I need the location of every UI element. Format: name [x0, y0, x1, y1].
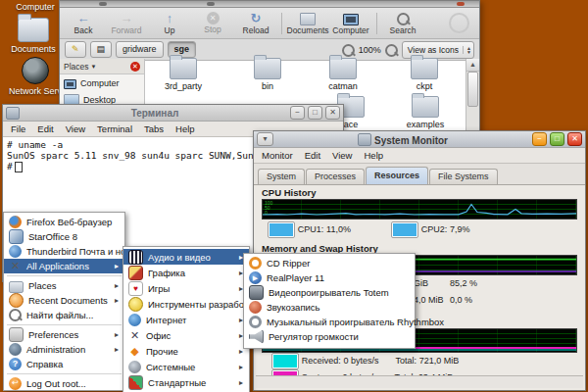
menu-item-thunderbird[interactable]: Thunderbird Почта и новости	[4, 244, 124, 259]
desktop-icon-computer[interactable]: Computer	[8, 2, 63, 12]
menu-item-audio-video[interactable]: Аудио и видео ▸	[123, 249, 249, 265]
folder-bin[interactable]: bin	[238, 58, 297, 91]
tab-system[interactable]: System	[258, 169, 305, 184]
desktop-icon-documents[interactable]: Documents	[6, 18, 61, 54]
menu-item-help[interactable]: ? Справка	[4, 357, 124, 371]
menu-item-places[interactable]: Places ▸	[4, 278, 124, 293]
submenu-arrow-icon: ▸	[239, 378, 243, 387]
reload-button[interactable]: ↻ Reload	[238, 12, 273, 35]
menu-item-preferences[interactable]: Preferences ▸	[4, 327, 124, 342]
graphics-icon	[128, 266, 143, 280]
desktop-icon-network-servers[interactable]: Network Serv	[8, 57, 63, 96]
menu-item-logout[interactable]: ↩ Log Out root...	[4, 376, 124, 391]
received-color-swatch[interactable]	[271, 353, 299, 369]
system-monitor-titlebar[interactable]: ▾ System Monitor − □ ✕	[254, 131, 585, 148]
minimize-button[interactable]: −	[290, 106, 305, 120]
tab-file-systems[interactable]: File Systems	[429, 169, 498, 184]
crumb-gridware-button[interactable]: gridware	[116, 41, 164, 58]
menu-item-realplayer[interactable]: ▶ RealPlayer 11	[244, 270, 415, 285]
cpu1-color-swatch[interactable]	[268, 221, 295, 238]
folder-label: examples	[396, 120, 455, 129]
menu-monitor[interactable]: Monitor	[262, 150, 293, 161]
stop-button[interactable]: ✕ Stop	[195, 12, 230, 34]
menu-item-all-applications[interactable]: ✕ All Applications ▸	[4, 259, 124, 273]
received-total-value: 721,0 MiB	[419, 356, 460, 366]
file-manager-titlebar-sliver[interactable]	[60, 1, 479, 8]
menu-item-administration[interactable]: Administration ▸	[4, 342, 124, 357]
menu-item-totem[interactable]: Видеопроигрыватель Totem	[244, 285, 415, 300]
sidebar-item-computer[interactable]: Computer	[60, 74, 144, 91]
menu-item-volume-control[interactable]: Регулятор громкости	[244, 329, 415, 344]
close-button[interactable]: ✕	[567, 132, 582, 146]
zoom-out-icon[interactable]	[342, 44, 355, 57]
computer-label: Computer	[332, 26, 368, 35]
terminal-titlebar[interactable]: Терминал − □ ✕	[3, 105, 343, 122]
menu-item-firefox[interactable]: Firefox Веб-браузер	[4, 215, 124, 229]
menu-view[interactable]: View	[66, 123, 85, 134]
menu-edit[interactable]: Edit	[37, 123, 53, 134]
folder-icon	[329, 58, 357, 79]
menu-item-development[interactable]: Инструменты разработки ▸	[123, 296, 249, 312]
menu-item-find-files[interactable]: Найти файлы...	[4, 308, 124, 322]
maximize-button[interactable]: □	[550, 132, 564, 146]
close-button[interactable]: ✕	[325, 106, 340, 120]
folder-3rd_party[interactable]: 3rd_party	[154, 58, 213, 91]
menu-item-label: Системные	[146, 362, 195, 372]
documents-button[interactable]: Documents	[290, 11, 325, 35]
menu-edit[interactable]: Edit	[305, 150, 320, 161]
menu-item-other[interactable]: ◆ Прочие ▸	[123, 343, 249, 359]
forward-icon: →	[121, 12, 133, 25]
search-label: Search	[390, 26, 416, 35]
back-label: Back	[74, 26, 93, 35]
recent-documents-icon	[9, 293, 24, 308]
desktop-icon-computer-label: Computer	[16, 2, 55, 12]
folder-examples[interactable]: examples	[396, 96, 455, 129]
menu-item-office[interactable]: ✕ Офис ▸	[123, 327, 249, 343]
vertical-scrollbar[interactable]: ▲	[466, 59, 479, 138]
menu-item-sound-recorder[interactable]: Звукозапись	[244, 300, 415, 315]
folder-ckpt[interactable]: ckpt	[395, 58, 454, 91]
tab-processes[interactable]: Processes	[306, 169, 365, 184]
menu-terminal[interactable]: Terminal	[97, 123, 132, 134]
cpu2-color-swatch[interactable]	[391, 221, 418, 238]
search-button[interactable]: Search	[385, 11, 420, 35]
sidebar-close-icon[interactable]: ✕	[130, 62, 140, 72]
minimize-button[interactable]: −	[532, 132, 547, 146]
edit-location-button[interactable]: ✎	[65, 41, 86, 58]
forward-button[interactable]: → Forward	[109, 12, 144, 35]
computer-icon	[64, 79, 76, 89]
menu-separator	[7, 275, 122, 276]
window-menu-icon[interactable]	[6, 107, 20, 120]
menu-file[interactable]: File	[11, 123, 25, 134]
root-crumb-button[interactable]: ▤	[90, 41, 113, 58]
menu-tabs[interactable]: Tabs	[144, 123, 164, 134]
menu-view[interactable]: View	[332, 150, 352, 161]
up-button[interactable]: ↑ Up	[152, 12, 187, 35]
menu-item-system[interactable]: Системные ▸	[123, 359, 249, 374]
tab-resources[interactable]: Resources	[366, 167, 428, 184]
stop-label: Stop	[204, 25, 221, 34]
menu-item-games[interactable]: ♥ Игры ▸	[123, 280, 249, 296]
folder-label: catman	[314, 81, 372, 91]
menu-item-graphics[interactable]: Графика ▸	[123, 265, 249, 280]
menu-item-cd-ripper[interactable]: CD Ripper	[244, 256, 415, 270]
computer-button[interactable]: Computer	[333, 12, 368, 35]
menu-item-staroffice[interactable]: StarOffice 8	[4, 229, 124, 244]
menu-help[interactable]: Help	[175, 123, 195, 134]
submenu-arrow-icon: ▸	[115, 296, 119, 305]
scroll-up-icon[interactable]: ▲	[466, 59, 479, 72]
folder-catman[interactable]: catman	[314, 58, 372, 91]
titlebar-fragment	[207, 2, 215, 6]
window-menu-icon[interactable]: ▾	[257, 132, 273, 146]
terminal-cursor	[15, 162, 23, 172]
back-button[interactable]: ← Back	[66, 12, 101, 35]
menu-item-accessories[interactable]: Стандартные ▸	[123, 374, 249, 390]
scrollbar-thumb[interactable]	[467, 72, 478, 107]
menu-item-recent-documents[interactable]: Recent Documents ▸	[4, 293, 124, 308]
menu-item-rhythmbox[interactable]: Музыкальный проигрыватель Rhythmbox	[244, 315, 415, 329]
places-sidebar-header[interactable]: Places ▼ ✕	[60, 59, 144, 74]
maximize-button[interactable]: □	[308, 106, 322, 120]
menu-item-internet[interactable]: Интернет ▸	[123, 312, 249, 327]
menu-help[interactable]: Help	[364, 150, 383, 161]
zoom-in-icon[interactable]	[385, 44, 398, 57]
